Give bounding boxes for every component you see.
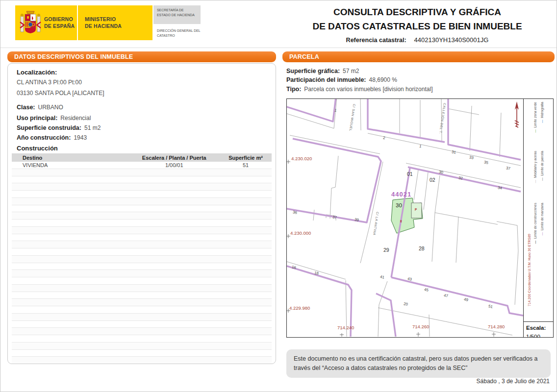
map-number-label: 51 [488, 304, 493, 309]
legend-item: — Límite zona verde [533, 102, 537, 133]
table-row [12, 205, 272, 213]
cadastral-map-box: 1213133353730323436373916182041434547495… [286, 98, 554, 338]
table-row [12, 306, 272, 314]
table-cell: VIVIENDA [12, 162, 129, 168]
ministerio-text: MINISTERIO DE HACIENDA [85, 16, 152, 29]
table-row [12, 299, 272, 306]
utm-coordinate-label: 4.229.980 [289, 306, 310, 311]
map-number-label: 32 [458, 176, 463, 180]
uso-principal-field: Uso principal:Residencial [17, 113, 91, 122]
table-row [12, 256, 272, 263]
parcela-panel: PARCELA Superficie gráfica:57 m2 Partici… [282, 51, 555, 364]
table-row [12, 227, 272, 234]
spain-coat-of-arms-icon [19, 9, 42, 37]
tipo-field: Tipo:Parcela con varios inmuebles [divis… [286, 84, 432, 93]
construction-table-header: Destino Escalera / Planta / Puerta Super… [12, 153, 272, 162]
table-row [12, 292, 272, 299]
legend-swatch: — [540, 231, 544, 235]
table-row [12, 169, 272, 176]
col-destino: Destino [12, 155, 129, 161]
table-row [12, 234, 272, 242]
construction-table-body: VIVIENDA1/00/0151 [12, 162, 272, 364]
superficie-grafica-field: Superficie gráfica:57 m2 [286, 66, 359, 75]
col-escalera-planta-puerta: Escalera / Planta / Puerta [129, 155, 220, 161]
table-row [12, 321, 272, 328]
table-cell: 1/00/01 [129, 162, 220, 168]
referencia-catastral-value: 4402130YH1340S0001JG [414, 36, 489, 44]
gobierno-section: GOBIERNO DE ESPAÑA [15, 5, 77, 40]
gobierno-logo-block: GOBIERNO DE ESPAÑA MINISTERIO DE HACIEND… [15, 5, 152, 40]
referencia-catastral: Referencia catastral:4402130YH1340S0001J… [290, 36, 545, 44]
map-number-label: 16 [291, 265, 296, 270]
table-row [12, 263, 272, 270]
datos-descriptivos-panel: DATOS DESCRIPTIVOS DEL INMUEBLE Localiza… [7, 51, 276, 364]
map-number-label: II [400, 220, 402, 223]
table-row [12, 198, 272, 205]
document-date: Sábado , 3 de Julio de 2021 [344, 378, 550, 385]
legend-swatch: — [533, 128, 537, 132]
table-row [12, 314, 272, 321]
table-row [12, 176, 272, 184]
map-number-label: 49 [463, 297, 468, 302]
table-row [12, 248, 272, 256]
cadastral-document-page: GOBIERNO DE ESPAÑA MINISTERIO DE HACIEND… [0, 0, 557, 392]
legend-swatch: — [533, 179, 537, 183]
localizacion-line1: CL ANTINA 3 Pl:00 Pt:00 [17, 79, 82, 86]
ministerio-section: MINISTERIO DE HACIENDA [78, 16, 152, 29]
datos-panel-body: Localización: CL ANTINA 3 Pl:00 Pt:00 03… [7, 63, 276, 364]
table-row [12, 191, 272, 198]
anio-construccion-field: Año construcción:1943 [17, 133, 87, 142]
table-cell: 51 [220, 162, 272, 168]
table-row [12, 212, 272, 220]
construccion-title: Construcción [17, 144, 58, 152]
parcela-panel-header: PARCELA [282, 51, 555, 62]
localizacion-line2: 03130 SANTA POLA [ALICANTE] [17, 90, 104, 97]
map-number-label: 34 [497, 186, 502, 190]
map-number-label: 29 [383, 247, 389, 253]
map-number-label: P [415, 208, 417, 212]
direccion-catastro-label: DIRECCIÓN GENERAL DEL CATASTRO [157, 28, 204, 39]
disclaimer-box: Este documento no es una certificación c… [286, 349, 551, 378]
gobierno-line1: GOBIERNO [44, 16, 75, 23]
map-number-label: 43 [407, 277, 412, 281]
gobierno-text: GOBIERNO DE ESPAÑA [44, 16, 75, 29]
referencia-catastral-label: Referencia catastral: [346, 37, 406, 44]
construction-table: Destino Escalera / Planta / Puerta Super… [12, 153, 272, 364]
map-number-label: 36 [292, 210, 297, 215]
localizacion-label: Localización: [17, 68, 57, 76]
legend-item: — Hidrografía [540, 102, 544, 123]
document-title-line2: DE DATOS CATASTRALES DE BIEN INMUEBLE [290, 20, 545, 34]
utm-coordinate-label: 714.280 [488, 324, 505, 329]
legend-strip: 714.200 Coordenadas U.T.M. Huso 30 ETRS8… [523, 99, 553, 337]
secretaria-estado-label: SECRETARÍA DE ESTADO DE HACIENDA [153, 5, 201, 24]
cadastral-map-drawing [287, 99, 523, 337]
manzana-number-label: 44021 [391, 191, 411, 197]
table-row [12, 183, 272, 191]
map-number-label: 37 [332, 215, 337, 220]
legend-item: — Límite de parcela [540, 151, 544, 181]
map-number-label: 18 [314, 271, 319, 275]
legend-item: — Mobiliario y aceras [533, 151, 537, 183]
utm-coordinate-label: 4.230.020 [291, 156, 312, 161]
legend-item: — Límite de manzana [540, 203, 544, 236]
map-number-label: 33 [469, 155, 474, 160]
table-row: VIVIENDA1/00/0151 [12, 162, 272, 169]
col-superficie: Superficie m² [220, 155, 272, 161]
table-row [12, 350, 272, 357]
map-number-label: 37 [506, 166, 510, 171]
datos-panel-header: DATOS DESCRIPTIVOS DEL INMUEBLE [7, 51, 276, 62]
table-row [12, 357, 272, 364]
map-number-label: 47 [443, 294, 448, 298]
escala-label: Escala: [526, 325, 546, 331]
ministerio-line1: MINISTERIO [85, 16, 152, 23]
table-row [12, 335, 272, 343]
legend-item: — Límite de construcciones [533, 203, 537, 244]
table-row [12, 328, 272, 335]
map-number-label: 02 [430, 177, 435, 183]
map-area[interactable]: 1213133353730323436373916182041434547495… [287, 99, 523, 337]
ministerio-line2: DE HACIENDA [85, 23, 152, 30]
participacion-field: Participación del inmueble:48,6900 % [286, 75, 397, 84]
superficie-construida-field: Superficie construida:51 m2 [17, 123, 101, 132]
north-arrow-icon [513, 101, 520, 129]
utm-coordinate-label: 714.260 [412, 324, 429, 329]
